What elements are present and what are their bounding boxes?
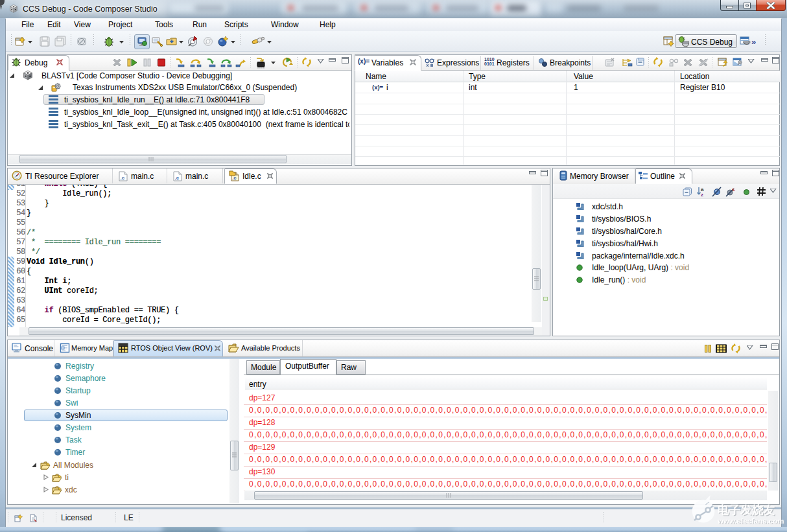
svg-text:.c: .c — [232, 175, 237, 181]
svg-text:.c: .c — [121, 175, 125, 181]
svg-text:s: s — [732, 187, 735, 192]
svg-text:电子发烧友: 电子发烧友 — [718, 503, 775, 516]
svg-text:www.elecfans.com: www.elecfans.com — [717, 517, 784, 525]
svg-text:.c: .c — [175, 175, 180, 181]
svg-text:z: z — [701, 192, 703, 197]
